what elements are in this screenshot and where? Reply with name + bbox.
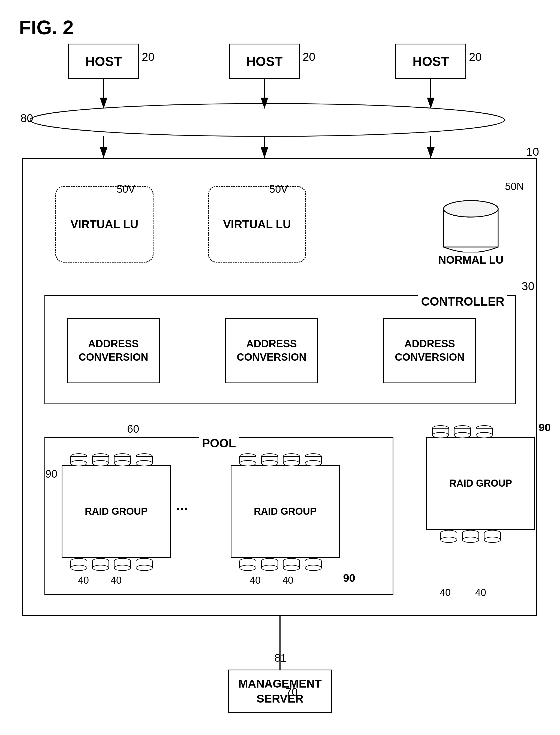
host1-ref: 20 (142, 50, 155, 64)
rg3-ref: 90 (539, 421, 551, 434)
normal-lu-container: 50N NORMAL LU (433, 181, 509, 266)
address-conversion-3: ADDRESS CONVERSION (383, 318, 476, 383)
network-ref: 80 (20, 112, 33, 125)
svg-point-79 (476, 432, 492, 438)
disk-ref-2: 40 (111, 575, 122, 586)
raid2-disks-top (237, 451, 335, 467)
normal-lu-label: NORMAL LU (433, 254, 509, 266)
disk-ref-4: 40 (282, 575, 293, 586)
host-box-2: HOST (229, 44, 300, 79)
svg-point-70 (305, 565, 321, 571)
storage-system: 10 VIRTUAL LU 50V VIRTUAL LU 50V 50N (22, 158, 537, 616)
svg-point-40 (92, 565, 109, 571)
disk-ref-5: 40 (440, 587, 451, 598)
disk-ref-3: 40 (250, 575, 261, 586)
vlu1-ref: 50V (117, 183, 135, 195)
mgmt-server-ref: 70 (286, 686, 298, 698)
svg-point-25 (71, 460, 87, 466)
disk-ref-6: 40 (475, 587, 486, 598)
controller-box: CONTROLLER 30 ADDRESS CONVERSION ADDRESS… (44, 295, 516, 404)
raid1-disks-bottom (68, 556, 166, 572)
svg-point-61 (240, 565, 256, 571)
controller-label: CONTROLLER (418, 295, 507, 308)
svg-point-52 (261, 460, 278, 466)
svg-point-64 (261, 565, 278, 571)
svg-point-31 (114, 460, 131, 466)
host-box-3: HOST (395, 44, 466, 79)
svg-point-49 (240, 460, 256, 466)
rg1-ref: 90 (45, 468, 58, 480)
disk-ref-1: 40 (78, 575, 89, 586)
raid1-disks-top (68, 451, 166, 467)
mgmt-server-label: MANAGEMENTSERVER (238, 676, 322, 706)
pool-box: POOL 60 (44, 437, 393, 595)
host-label-1: HOST (85, 54, 122, 69)
svg-point-76 (454, 432, 471, 438)
svg-point-46 (136, 565, 152, 571)
mgmt-line-ref: 81 (274, 652, 287, 664)
svg-point-58 (305, 460, 321, 466)
raid-group-1: RAID GROUP (62, 465, 171, 558)
host3-ref: 20 (469, 50, 482, 64)
normal-lu-ref: 50N (505, 181, 524, 192)
virtual-lu-2: VIRTUAL LU (208, 186, 306, 263)
raid-group-3: RAID GROUP 90 (426, 437, 535, 530)
address-conversion-1: ADDRESS CONVERSION (67, 318, 160, 383)
host-label-3: HOST (413, 54, 449, 69)
management-server: MANAGEMENTSERVER (228, 670, 332, 713)
raid2-disks-bottom (237, 556, 335, 572)
raid3-disks-bottom (438, 528, 520, 544)
address-conversion-2: ADDRESS CONVERSION (225, 318, 318, 383)
svg-point-73 (432, 432, 449, 438)
host2-ref: 20 (303, 50, 315, 64)
raid-group-2: RAID GROUP 90 (231, 465, 340, 558)
controller-ref: 30 (522, 280, 534, 293)
virtual-lu-1: VIRTUAL LU (55, 186, 153, 263)
svg-point-34 (136, 460, 152, 466)
svg-point-85 (462, 537, 479, 543)
figure-label: FIG. 2 (19, 16, 74, 39)
dots-separator: ··· (176, 501, 188, 517)
network-bus (27, 102, 507, 138)
svg-point-19 (30, 104, 504, 136)
host-label-2: HOST (246, 54, 282, 69)
normal-lu-cylinder (438, 198, 504, 252)
raid3-disks-top (430, 423, 533, 439)
svg-point-88 (484, 537, 501, 543)
svg-point-67 (283, 565, 300, 571)
pool-label: POOL (199, 436, 239, 450)
svg-point-43 (114, 565, 131, 571)
svg-point-37 (71, 565, 87, 571)
storage-ref: 10 (526, 145, 539, 158)
vlu2-ref: 50V (269, 183, 288, 195)
svg-point-28 (92, 460, 109, 466)
svg-point-22 (444, 201, 498, 217)
rg2-ref: 90 (343, 572, 356, 584)
svg-point-55 (283, 460, 300, 466)
pool-ref: 60 (127, 423, 139, 435)
host-box-1: HOST (68, 44, 139, 79)
svg-point-82 (441, 537, 457, 543)
